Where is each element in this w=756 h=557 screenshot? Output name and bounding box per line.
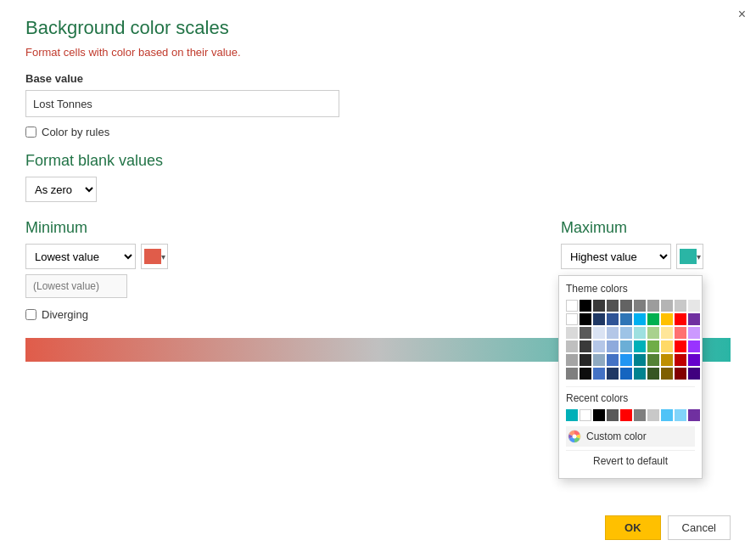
theme-color-cell[interactable] — [580, 300, 591, 312]
recent-color-cell[interactable] — [620, 409, 632, 421]
theme-color-cell[interactable] — [647, 354, 659, 366]
theme-color-cell[interactable] — [607, 327, 619, 339]
theme-color-cell[interactable] — [607, 354, 619, 366]
theme-color-cell[interactable] — [688, 340, 700, 352]
theme-color-cell[interactable] — [647, 327, 659, 339]
theme-color-cell[interactable] — [580, 327, 591, 339]
recent-color-cell[interactable] — [607, 409, 619, 421]
theme-color-cell[interactable] — [607, 313, 619, 325]
theme-color-cell[interactable] — [566, 313, 578, 325]
theme-color-cell[interactable] — [593, 368, 605, 380]
minimum-value-select[interactable]: Lowest value Number Percent Percentile F… — [25, 244, 136, 269]
theme-color-cell[interactable] — [634, 300, 646, 312]
theme-color-cell[interactable] — [593, 354, 605, 366]
theme-color-cell[interactable] — [566, 340, 578, 352]
theme-color-cell[interactable] — [620, 340, 632, 352]
recent-color-cell[interactable] — [593, 409, 605, 421]
theme-color-cell[interactable] — [620, 327, 632, 339]
theme-color-cell[interactable] — [661, 300, 673, 312]
recent-color-cell[interactable] — [634, 409, 646, 421]
base-value-label: Base value — [25, 72, 731, 85]
format-blank-title: Format blank values — [25, 152, 731, 170]
theme-color-cell[interactable] — [647, 368, 659, 380]
theme-color-cell[interactable] — [580, 354, 591, 366]
theme-color-cell[interactable] — [634, 313, 646, 325]
minimum-section: Minimum Lowest value Number Percent Perc… — [25, 219, 212, 298]
maximum-color-arrow: ▾ — [697, 252, 701, 262]
theme-color-cell[interactable] — [566, 354, 578, 366]
theme-color-cell[interactable] — [661, 340, 673, 352]
theme-color-cell[interactable] — [675, 368, 686, 380]
theme-color-cell[interactable] — [688, 300, 700, 312]
diverging-checkbox[interactable] — [25, 309, 36, 320]
theme-color-cell[interactable] — [593, 313, 605, 325]
maximum-label: Maximum — [561, 219, 731, 237]
maximum-color-button[interactable]: ▾ Theme colors Recent colors — [676, 244, 703, 269]
theme-color-cell[interactable] — [661, 313, 673, 325]
recent-color-cell[interactable] — [675, 409, 686, 421]
color-by-rules-checkbox[interactable] — [25, 127, 36, 138]
theme-color-grid — [566, 300, 695, 380]
cancel-button[interactable]: Cancel — [668, 515, 731, 540]
theme-color-cell[interactable] — [675, 354, 686, 366]
theme-color-cell[interactable] — [607, 300, 619, 312]
maximum-section: Maximum Highest value Number Percent Per… — [561, 219, 731, 298]
theme-color-cell[interactable] — [675, 340, 686, 352]
theme-color-cell[interactable] — [688, 368, 700, 380]
footer: OK Cancel — [605, 515, 731, 540]
theme-color-cell[interactable] — [675, 327, 686, 339]
recent-color-cell[interactable] — [661, 409, 673, 421]
minimum-color-swatch — [144, 249, 161, 264]
theme-color-cell[interactable] — [688, 327, 700, 339]
revert-to-default-button[interactable]: Revert to default — [566, 450, 695, 471]
recent-color-cell[interactable] — [580, 409, 591, 421]
recent-color-cell[interactable] — [647, 409, 659, 421]
theme-color-cell[interactable] — [634, 354, 646, 366]
theme-color-cell[interactable] — [620, 300, 632, 312]
divider — [566, 386, 695, 387]
theme-color-cell[interactable] — [675, 300, 686, 312]
ok-button[interactable]: OK — [605, 515, 661, 540]
custom-color-label: Custom color — [586, 430, 647, 442]
theme-color-cell[interactable] — [593, 340, 605, 352]
minimum-color-button[interactable]: ▾ — [141, 244, 168, 269]
theme-color-cell[interactable] — [647, 300, 659, 312]
color-wheel-icon — [568, 430, 581, 443]
theme-color-cell[interactable] — [661, 354, 673, 366]
base-value-input[interactable] — [25, 90, 339, 117]
theme-color-cell[interactable] — [634, 340, 646, 352]
theme-color-cell[interactable] — [634, 327, 646, 339]
theme-color-cell[interactable] — [661, 368, 673, 380]
theme-color-cell[interactable] — [661, 327, 673, 339]
maximum-control-row: Highest value Number Percent Percentile … — [561, 244, 731, 269]
theme-color-cell[interactable] — [566, 327, 578, 339]
close-button[interactable]: × — [738, 7, 746, 22]
theme-color-cell[interactable] — [566, 300, 578, 312]
color-by-rules-row: Color by rules — [25, 126, 731, 138]
theme-color-cell[interactable] — [620, 368, 632, 380]
theme-color-cell[interactable] — [688, 354, 700, 366]
theme-color-cell[interactable] — [634, 368, 646, 380]
svg-point-1 — [573, 435, 577, 439]
theme-color-cell[interactable] — [580, 340, 591, 352]
theme-color-cell[interactable] — [593, 300, 605, 312]
theme-color-cell[interactable] — [647, 313, 659, 325]
format-blank-select[interactable]: As zero As blank As null — [25, 177, 97, 202]
theme-color-cell[interactable] — [607, 340, 619, 352]
maximum-value-select[interactable]: Highest value Number Percent Percentile … — [561, 244, 671, 269]
theme-color-cell[interactable] — [607, 368, 619, 380]
theme-color-cell[interactable] — [688, 313, 700, 325]
theme-color-cell[interactable] — [593, 327, 605, 339]
theme-color-cell[interactable] — [620, 354, 632, 366]
theme-color-cell[interactable] — [675, 313, 686, 325]
dialog-title: Background color scales — [25, 17, 731, 39]
recent-color-cell[interactable] — [566, 409, 578, 421]
theme-color-cell[interactable] — [580, 313, 591, 325]
theme-color-cell[interactable] — [566, 368, 578, 380]
custom-color-button[interactable]: Custom color — [566, 426, 695, 447]
theme-color-cell[interactable] — [620, 313, 632, 325]
recent-color-cell[interactable] — [688, 409, 700, 421]
theme-color-cell[interactable] — [580, 368, 591, 380]
minimum-control-row: Lowest value Number Percent Percentile F… — [25, 244, 212, 269]
theme-color-cell[interactable] — [647, 340, 659, 352]
